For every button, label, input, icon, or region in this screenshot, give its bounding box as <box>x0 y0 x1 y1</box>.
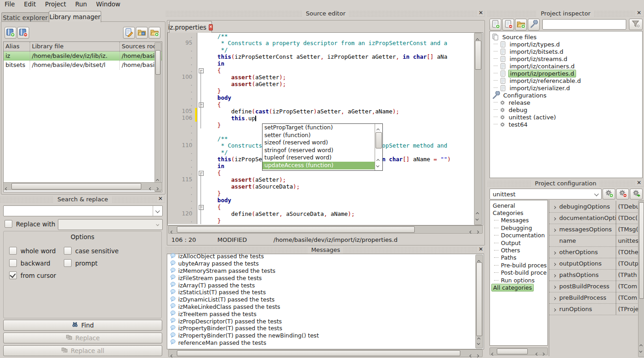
inspector-filter-input[interactable] <box>542 19 626 30</box>
menu-item-project[interactable]: Project <box>41 0 71 8</box>
tree-item-import-iz-containers-d[interactable]: import/iz/containers.d <box>492 62 642 70</box>
completion-item[interactable]: stringof (reserved word) <box>263 147 375 154</box>
replace-all-button[interactable]: Replace all <box>3 345 162 356</box>
message-row[interactable]: izArray(T) passed the tests <box>167 281 484 289</box>
menu-item-run[interactable]: Run <box>71 0 92 8</box>
fold-collapse-icon[interactable]: − <box>199 102 204 107</box>
tab-library-manager[interactable]: Library manager <box>49 11 101 22</box>
category-post-build-proce[interactable]: Post-build proce <box>491 269 547 276</box>
add-library-button[interactable] <box>5 27 16 39</box>
fold-collapse-icon[interactable]: − <box>199 171 204 176</box>
scroll-left-icon[interactable] <box>492 350 494 357</box>
message-row[interactable]: izStaticList(T) passed the tests <box>167 289 484 296</box>
expander-icon[interactable] <box>549 203 559 210</box>
messages-vscroll-thumb[interactable] <box>476 262 482 336</box>
message-row[interactable]: izPropertyBinder(T) passed the newBindin… <box>167 332 484 339</box>
editor-vscroll-thumb[interactable] <box>475 41 481 70</box>
add-configuration-button[interactable] <box>528 19 540 31</box>
messages-hscrollbar[interactable] <box>168 349 483 357</box>
completion-item[interactable]: setter (function) <box>263 132 375 139</box>
library-table-vscroll-thumb[interactable] <box>155 50 160 75</box>
category-run-options[interactable]: Run options <box>491 276 547 284</box>
filter-button[interactable] <box>629 19 643 30</box>
library-table-hscrollbar[interactable] <box>3 182 162 190</box>
backward-checkbox[interactable] <box>9 259 17 267</box>
property-row-outputOptions[interactable]: outputOptions(TOutp <box>549 258 639 270</box>
replace-with-checkbox[interactable] <box>5 220 12 228</box>
replace-button[interactable]: Replace <box>3 332 162 343</box>
open-library-sources-button[interactable] <box>136 27 148 39</box>
scroll-left-icon[interactable] <box>171 352 173 358</box>
remove-configuration-button[interactable] <box>616 189 629 199</box>
property-row-runOptions[interactable]: runOptions(TProje <box>549 303 639 315</box>
category-categories[interactable]: Categories <box>491 209 547 216</box>
scroll-right-icon[interactable] <box>476 352 479 358</box>
tree-item-import-iz-serializer-d[interactable]: import/iz/serializer.d <box>492 84 642 92</box>
expander-icon[interactable] <box>549 306 559 312</box>
remove-library-button[interactable] <box>17 27 29 39</box>
category-others[interactable]: Others <box>491 246 547 254</box>
property-row-postBuildProcess[interactable]: postBuildProcess(TCom <box>549 281 639 292</box>
editor-fold-margin[interactable]: −−−− <box>197 33 204 224</box>
editor-hscroll-thumb[interactable] <box>177 226 415 233</box>
completion-vscroll-thumb[interactable] <box>376 132 382 148</box>
category-messages[interactable]: Messages <box>491 217 547 224</box>
add-source-folder-button[interactable] <box>515 19 527 31</box>
property-row-otherOptions[interactable]: otherOptions(TOthe <box>549 246 639 258</box>
tree-item-release[interactable]: release <box>492 99 642 106</box>
edit-library-button[interactable] <box>123 27 135 39</box>
categories-hscroll-thumb[interactable] <box>497 348 528 354</box>
fold-collapse-icon[interactable]: − <box>199 68 204 73</box>
tree-item-import-iz-properties-d[interactable]: import/iz/properties.d <box>492 70 642 77</box>
expander-icon[interactable] <box>549 249 559 256</box>
from-cursor-checkbox[interactable] <box>9 271 17 279</box>
tab-static-explorer[interactable]: Static explorer <box>1 12 49 22</box>
message-row[interactable]: referenceMan passed the tests <box>167 339 484 347</box>
message-row[interactable]: izPropDescriptor(T) passed the tests <box>167 317 484 325</box>
editor-vscrollbar[interactable] <box>474 33 482 225</box>
scroll-up-icon[interactable] <box>377 126 379 133</box>
property-row-documentationOpti[interactable]: documentationOpti(TDoc( <box>549 212 639 224</box>
tree-item-source-files[interactable]: Source files <box>492 33 642 41</box>
scroll-left-icon[interactable] <box>5 184 8 191</box>
tree-item-configurations[interactable]: Configurations <box>492 92 642 99</box>
prompt-checkbox[interactable] <box>64 259 72 267</box>
library-table-vscrollbar[interactable] <box>155 42 161 192</box>
expander-icon[interactable] <box>549 260 559 267</box>
message-row[interactable]: izFileStream passed the tests <box>167 274 484 281</box>
scroll-down-icon[interactable] <box>377 162 379 169</box>
scroll-left2-icon[interactable] <box>536 350 538 357</box>
category-output[interactable]: Output <box>491 239 547 246</box>
add-configuration-button[interactable] <box>603 189 615 199</box>
close-icon[interactable]: ✕ <box>477 10 484 16</box>
menu-item-window[interactable]: Window <box>92 0 125 8</box>
menu-item-file[interactable]: File <box>0 0 20 8</box>
property-row-name[interactable]: nameunittes <box>549 235 639 247</box>
completion-item[interactable]: setPropTarget (function) <box>263 124 375 132</box>
property-row-pathsOptions[interactable]: pathsOptions(TPath <box>549 269 639 281</box>
scroll-down-icon[interactable] <box>476 215 479 222</box>
tree-item-import-iz-types-d[interactable]: import/iz/types.d <box>492 41 642 48</box>
messages-vscrollbar[interactable] <box>475 255 483 348</box>
menu-item-edit[interactable]: Edit <box>20 0 41 8</box>
editor-tab-iz-properties[interactable]: iz.properties ✕ <box>169 21 212 33</box>
table-row[interactable]: iz/home/basile/dev/iz/lib/iz./home/basil… <box>4 51 162 61</box>
scroll-down-icon[interactable] <box>478 339 480 346</box>
column-header-alias[interactable]: Alias <box>4 42 30 51</box>
completion-vscrollbar[interactable] <box>375 124 382 170</box>
completion-item[interactable]: sizeof (reserved word) <box>263 139 375 147</box>
property-grid-vscrollbar[interactable] <box>638 200 644 357</box>
message-row[interactable]: izAllocObject passed the tests <box>167 253 484 260</box>
completion-list[interactable]: setPropTarget (function)setter (function… <box>263 124 375 170</box>
scroll-left-icon[interactable] <box>171 228 173 235</box>
property-row-preBuildProcess[interactable]: preBuildProcess(TCom <box>549 292 639 304</box>
property-row-debugingOptions[interactable]: debugingOptions(TDebu <box>549 201 639 213</box>
tree-item-debug[interactable]: debug <box>492 106 642 113</box>
editor-hscrollbar[interactable] <box>168 225 483 234</box>
property-row-messagesOptions[interactable]: messagesOptions(TMsg( <box>549 224 639 235</box>
scroll-right-icon[interactable] <box>156 184 158 191</box>
message-row[interactable]: izTreeItem passed the tests <box>167 310 484 317</box>
tree-item-import-iz-referencable-d[interactable]: import/iz/referencable.d <box>492 77 642 84</box>
message-row[interactable]: izDynamicList(T) passed the tests <box>167 296 484 303</box>
table-row[interactable]: bitsets/home/basile/dev/bitset/l/home/ba… <box>4 61 162 70</box>
